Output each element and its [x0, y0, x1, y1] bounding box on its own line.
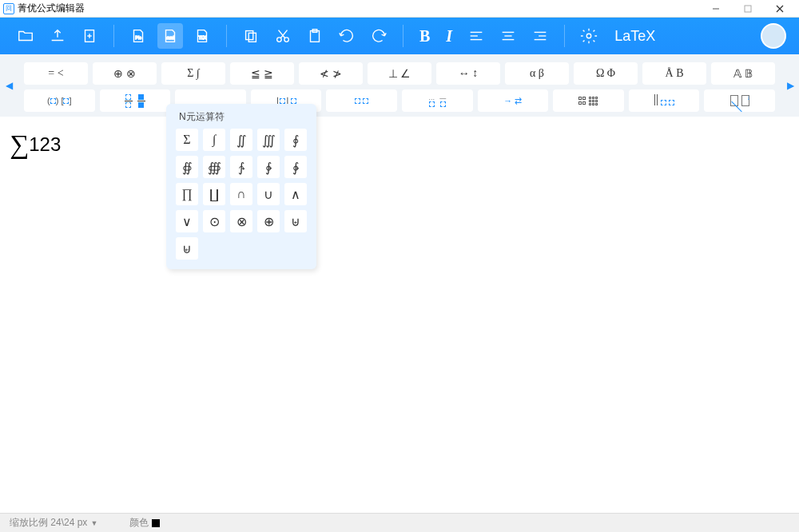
- symbol-tab-geometry[interactable]: ⊥ ∠: [368, 62, 431, 85]
- symbol-tab-inequalities[interactable]: ≦ ≧: [230, 62, 294, 85]
- symbol-triple-integral[interactable]: ∭: [257, 129, 280, 151]
- formula-sigma: ∑: [10, 129, 29, 160]
- symbol-surface-integral[interactable]: ∯: [176, 156, 198, 178]
- svg-text:TEX: TEX: [198, 35, 206, 40]
- status-bar: 缩放比例 24\24 px ▼ 颜色: [0, 513, 799, 532]
- nav-left-button[interactable]: ◀: [2, 69, 16, 101]
- nary-operators-popup: N元运算符 Σ ∫ ∬ ∭ ∮ ∯ ∰ ∱ ∲ ∳ ∏ ∐ ∩ ∪ ∧ ∨ ⊙ …: [166, 104, 316, 269]
- color-label: 颜色: [129, 516, 149, 530]
- zoom-label: 缩放比例 24\24 px: [10, 516, 87, 530]
- symbol-tab-greek-lower[interactable]: α β: [505, 62, 569, 85]
- template-tabs: () [] ⌊⌋ …― → ⇄: [0, 89, 799, 112]
- template-tab-misc[interactable]: ↓: [704, 89, 775, 112]
- undo-button[interactable]: [334, 23, 360, 49]
- settings-button[interactable]: [576, 23, 602, 49]
- symbol-otimes[interactable]: ⊗: [230, 210, 252, 232]
- popup-title: N元运算符: [176, 110, 307, 124]
- color-status[interactable]: 颜色: [129, 516, 160, 530]
- symbol-tab-blackboard[interactable]: 𝔸 𝔹: [711, 62, 775, 85]
- symbol-uplus[interactable]: ⊎: [284, 210, 307, 232]
- nav-right-button[interactable]: ▶: [783, 69, 797, 101]
- mml-format-button[interactable]: mml: [157, 23, 183, 49]
- template-tab-accents2[interactable]: …―: [402, 89, 473, 112]
- copy-button[interactable]: [238, 23, 264, 49]
- formula-display: ∑ 123: [10, 129, 789, 160]
- tex-format-button[interactable]: TEX: [189, 23, 215, 49]
- app-icon: 回: [3, 3, 14, 14]
- new-document-button[interactable]: [77, 23, 102, 49]
- align-left-button[interactable]: [463, 23, 489, 49]
- paste-button[interactable]: [302, 23, 328, 49]
- symbol-tabs: = < ⊕ ⊗ Σ ∫ ≦ ≧ ≮ ≯ ⊥ ∠ ↔ ↕ α β Ω Φ Å B …: [0, 62, 799, 89]
- svg-text:Pic: Pic: [135, 35, 141, 40]
- symbol-anticlockwise-contour[interactable]: ∳: [284, 156, 307, 178]
- svg-rect-10: [246, 31, 253, 40]
- symbol-tab-arrows[interactable]: ↔ ↕: [436, 62, 500, 85]
- symbol-union[interactable]: ∪: [257, 183, 280, 205]
- symbol-odot[interactable]: ⊙: [203, 210, 225, 232]
- symbol-volume-integral[interactable]: ∰: [203, 156, 225, 178]
- svg-rect-11: [248, 33, 256, 42]
- template-tab-integrals[interactable]: [326, 89, 397, 112]
- editor-area[interactable]: ∑ 123: [0, 117, 799, 476]
- symbol-product[interactable]: ∏: [176, 183, 198, 205]
- symbol-integral[interactable]: ∫: [203, 129, 225, 151]
- minimize-button[interactable]: [700, 0, 732, 18]
- app-title: 菁优公式编辑器: [18, 2, 85, 15]
- symbol-contour-integral[interactable]: ∮: [284, 129, 307, 151]
- template-tab-bars[interactable]: [629, 89, 700, 112]
- symbol-tab-greek-upper[interactable]: Ω Φ: [574, 62, 638, 85]
- symbol-vee[interactable]: ∨: [176, 210, 198, 232]
- italic-button[interactable]: I: [441, 27, 457, 46]
- export-button[interactable]: [45, 23, 70, 49]
- close-button[interactable]: [764, 0, 796, 18]
- svg-rect-1: [745, 6, 751, 12]
- main-toolbar: Pic mml TEX B I: [0, 18, 799, 54]
- symbol-wedge[interactable]: ∧: [284, 183, 307, 205]
- symbol-tab-accents[interactable]: Å B: [642, 62, 706, 85]
- symbol-tab-relations[interactable]: = <: [24, 62, 88, 85]
- redo-button[interactable]: [366, 23, 392, 49]
- bold-button[interactable]: B: [415, 27, 435, 46]
- align-center-button[interactable]: [495, 23, 521, 49]
- align-right-button[interactable]: [527, 23, 553, 49]
- svg-text:mml: mml: [166, 35, 174, 40]
- color-swatch-icon: [152, 519, 160, 527]
- symbol-tab-operators[interactable]: ⊕ ⊗: [93, 62, 157, 85]
- window-controls: [700, 0, 796, 18]
- symbol-clockwise-contour[interactable]: ∲: [257, 156, 280, 178]
- svg-point-27: [586, 34, 591, 38]
- symbol-double-integral[interactable]: ∬: [230, 129, 252, 151]
- title-bar: 回 菁优公式编辑器: [0, 0, 799, 18]
- symbol-oplus[interactable]: ⊕: [257, 210, 280, 232]
- symbol-area: ◀ ▶ = < ⊕ ⊗ Σ ∫ ≦ ≧ ≮ ≯ ⊥ ∠ ↔ ↕ α β Ω Φ …: [0, 54, 799, 117]
- popup-grid: Σ ∫ ∬ ∭ ∮ ∯ ∰ ∱ ∲ ∳ ∏ ∐ ∩ ∪ ∧ ∨ ⊙ ⊗ ⊕ ⊎ …: [176, 129, 307, 260]
- symbol-clockwise-integral[interactable]: ∱: [230, 156, 252, 178]
- symbol-intersection[interactable]: ∩: [230, 183, 252, 205]
- cut-button[interactable]: [270, 23, 296, 49]
- maximize-button[interactable]: [732, 0, 764, 18]
- template-tab-fences[interactable]: () []: [24, 89, 95, 112]
- latex-button[interactable]: LaTeX: [608, 28, 662, 45]
- formula-text: 123: [29, 133, 61, 156]
- symbol-coproduct[interactable]: ∐: [203, 183, 225, 205]
- template-tab-matrices[interactable]: [553, 89, 624, 112]
- avatar[interactable]: [761, 23, 786, 49]
- zoom-status[interactable]: 缩放比例 24\24 px ▼: [10, 516, 97, 530]
- template-tab-fractions[interactable]: [100, 89, 171, 112]
- symbol-sigma[interactable]: Σ: [176, 129, 198, 151]
- pic-format-button[interactable]: Pic: [125, 23, 151, 49]
- template-tab-arrows2[interactable]: → ⇄: [478, 89, 549, 112]
- symbol-multiset-union[interactable]: ⊌: [176, 237, 198, 260]
- symbol-tab-nary[interactable]: Σ ∫: [161, 62, 225, 85]
- open-file-button[interactable]: [13, 23, 38, 49]
- symbol-tab-negrel[interactable]: ≮ ≯: [299, 62, 363, 85]
